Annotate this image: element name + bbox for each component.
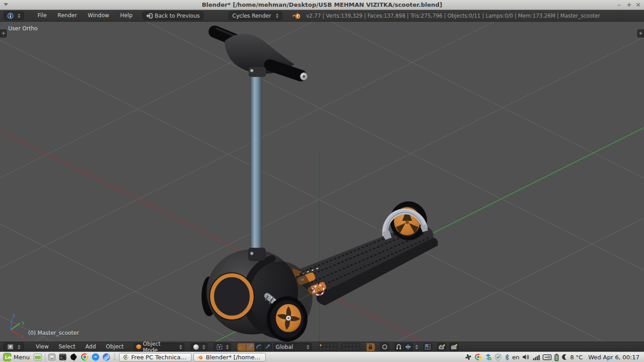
render-engine-value: Cycles Render xyxy=(232,13,271,19)
power-adapter-icon[interactable] xyxy=(543,354,552,360)
manipulator-group xyxy=(237,343,272,351)
translate-manipulator-button[interactable] xyxy=(246,343,255,351)
proportional-edit-button[interactable] xyxy=(380,343,389,351)
object-mode-cube-icon xyxy=(136,344,142,350)
opengl-render-anim-button[interactable] xyxy=(450,343,458,351)
show-desktop-icon[interactable] xyxy=(33,352,43,362)
layer-group-2[interactable] xyxy=(341,343,360,351)
blender-icon xyxy=(197,354,203,360)
render-border-button[interactable] xyxy=(423,343,432,351)
network-signal-icon[interactable] xyxy=(533,354,540,360)
toolshelf-expand-tab[interactable]: + xyxy=(0,29,7,38)
editor-type-arrows xyxy=(18,345,20,349)
bluetooth-icon[interactable] xyxy=(505,354,509,361)
mint-menu-icon[interactable]: Lm xyxy=(2,352,13,362)
render-engine-select[interactable]: Cycles Render xyxy=(229,11,282,20)
chrome-tray-icon[interactable] xyxy=(475,353,482,361)
back-to-previous-label: Back to Previous xyxy=(155,13,200,19)
mint-menu-label[interactable]: Menu xyxy=(14,354,30,361)
svg-text:>_: >_ xyxy=(60,356,64,360)
shield-check-icon[interactable] xyxy=(495,353,502,361)
scale-manipulator-button[interactable] xyxy=(263,343,272,351)
snap-toggle-button[interactable] xyxy=(394,343,403,351)
snap-element-arrows[interactable] xyxy=(415,345,418,349)
viewport-shading-select[interactable] xyxy=(191,343,207,351)
blender-logo-icon xyxy=(292,12,302,19)
window-title: Blender* [/home/mehman/Desktop/USB MEHMA… xyxy=(0,1,644,8)
menu-select[interactable]: Select xyxy=(54,342,80,352)
menu-view[interactable]: View xyxy=(31,342,53,352)
scene-lock-button[interactable] xyxy=(366,343,375,351)
battery-icon[interactable] xyxy=(554,353,559,361)
active-layer-dot xyxy=(320,344,322,346)
x-axis-line xyxy=(0,131,644,342)
scene-statistics: v2.77 | Verts:139,329 | Faces:137,898 | … xyxy=(306,13,600,19)
menu-object[interactable]: Object xyxy=(101,342,128,352)
taskbar-window-blender[interactable]: Blender* [/home/meh... xyxy=(193,353,266,362)
opengl-render-still-button[interactable] xyxy=(437,343,446,351)
back-arrow-icon xyxy=(146,13,153,19)
taskbar-grip xyxy=(114,354,115,360)
active-object-label: (0) Master_scooter xyxy=(28,330,79,336)
view3d-header: View Select Add Object Object Mode xyxy=(0,342,644,352)
orientation-value: Global xyxy=(276,344,293,350)
svg-text:Lm: Lm xyxy=(5,355,11,360)
engine-select-arrows xyxy=(276,14,279,18)
fan-spinner-icon[interactable] xyxy=(465,353,472,361)
menu-window[interactable]: Window xyxy=(82,10,115,21)
handlebar xyxy=(215,29,308,81)
close-button[interactable]: × xyxy=(633,0,643,10)
taskbar-separator xyxy=(45,353,45,361)
window-titlebar: Blender* [/home/mehman/Desktop/USB MEHMA… xyxy=(0,0,644,10)
orientation-select[interactable]: Global xyxy=(274,343,312,351)
snap-element-button[interactable] xyxy=(404,343,413,351)
y-axis-line xyxy=(0,128,644,342)
clapperboard-icon xyxy=(451,344,457,350)
proportional-circle-icon xyxy=(382,344,388,350)
gizmo-y-label: y xyxy=(22,320,24,325)
snap-element-icon xyxy=(405,344,411,350)
scale-arrow-icon xyxy=(264,344,270,350)
terminal-icon[interactable]: >_ xyxy=(58,352,68,362)
translate-arrow-icon xyxy=(247,344,253,350)
shading-sphere-icon xyxy=(193,344,199,350)
keyboard-layout-indicator[interactable]: en xyxy=(512,354,519,361)
back-to-previous-button[interactable]: Back to Previous xyxy=(143,11,204,20)
blue-globe-icon[interactable] xyxy=(101,352,112,362)
layer-group-1[interactable] xyxy=(319,343,337,351)
menu-add[interactable]: Add xyxy=(81,342,101,352)
minimize-button[interactable]: – xyxy=(614,0,624,10)
chrome-launcher-icon[interactable] xyxy=(79,352,90,362)
manipulator-toggle-button[interactable] xyxy=(237,343,246,351)
unity-icon[interactable] xyxy=(68,352,79,362)
menu-help[interactable]: Help xyxy=(115,10,138,21)
system-taskbar: Lm Menu >_ xyxy=(0,352,644,362)
editor-type-arrows xyxy=(18,14,20,18)
viewport-canvas[interactable]: z y x xyxy=(0,22,644,342)
temperature-indicator[interactable]: 8 °C xyxy=(570,354,583,361)
blender-info-header: File Render Window Help Back to Previous… xyxy=(0,10,644,22)
clock[interactable]: Wed Apr 6, 00:17 xyxy=(588,354,639,361)
menu-render[interactable]: Render xyxy=(52,10,82,21)
lock-icon xyxy=(368,344,373,350)
dropbox-icon[interactable] xyxy=(485,353,492,361)
pivot-point-select[interactable] xyxy=(214,343,231,351)
rotate-manipulator-button[interactable] xyxy=(255,343,263,351)
magnet-icon xyxy=(396,344,402,350)
volume-icon[interactable] xyxy=(522,354,530,360)
editor-type-button[interactable] xyxy=(4,11,24,20)
properties-expand-tab[interactable]: + xyxy=(637,29,644,38)
editor-type-3dview-button[interactable] xyxy=(4,343,24,351)
axis-gizmo: z y x xyxy=(11,313,24,339)
viewport-3d[interactable]: z y x User Ortho (0) Master_scooter + + xyxy=(0,22,644,342)
files-icon[interactable] xyxy=(47,352,58,362)
taskbar-window-chrome[interactable]: Free PC Technical Sup... xyxy=(119,353,192,362)
view3d-editor-icon xyxy=(7,344,14,350)
menu-file[interactable]: File xyxy=(32,10,52,21)
messenger-icon[interactable] xyxy=(90,352,101,362)
gizmo-z-label: z xyxy=(13,313,15,318)
chrome-icon xyxy=(123,354,129,361)
camera-icon xyxy=(438,344,445,350)
mode-select[interactable]: Object Mode xyxy=(134,343,184,351)
maximize-button[interactable]: + xyxy=(624,0,634,10)
